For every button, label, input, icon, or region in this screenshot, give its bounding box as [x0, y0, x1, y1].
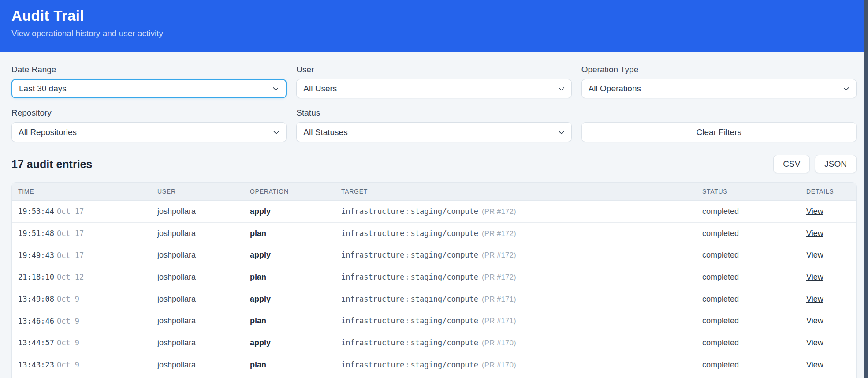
target-workspace: staging/compute	[411, 229, 479, 238]
cell-details: View	[806, 338, 850, 348]
target-separator: :	[404, 273, 410, 281]
cell-details: View	[806, 316, 850, 326]
cell-details: View	[806, 251, 850, 260]
cell-status: completed	[702, 273, 806, 282]
filter-grid: Date Range Last 30 days User All Users O…	[11, 65, 857, 142]
filter-date-range: Date Range Last 30 days	[11, 65, 287, 98]
cell-time: 19:51:48Oct 17	[18, 229, 157, 238]
target-pr: (PR #170)	[482, 339, 516, 347]
column-header-status: STATUS	[702, 188, 806, 195]
target-separator: :	[404, 207, 410, 216]
status-text: completed	[702, 316, 739, 325]
cell-time: 13:44:57Oct 9	[18, 338, 157, 347]
date-value: Oct 9	[57, 317, 79, 326]
target-repo: infrastructure	[341, 316, 404, 325]
filter-status: Status All Statuses	[296, 108, 571, 142]
view-link[interactable]: View	[806, 251, 823, 259]
export-buttons: CSV JSON	[773, 155, 857, 173]
cell-operation: apply	[250, 251, 341, 260]
operation-name: apply	[250, 338, 271, 347]
view-link[interactable]: View	[806, 207, 823, 216]
chevron-down-icon	[843, 85, 849, 91]
target-pr: (PR #172)	[482, 207, 516, 216]
cell-user: joshpollara	[157, 360, 250, 370]
user-select[interactable]: All Users	[296, 79, 571, 98]
date-value: Oct 9	[57, 360, 79, 369]
view-link[interactable]: View	[806, 229, 823, 238]
column-header-operation: OPERATION	[250, 188, 341, 195]
target-pr: (PR #172)	[482, 229, 516, 238]
view-link[interactable]: View	[806, 273, 823, 281]
operation-name: plan	[250, 360, 266, 369]
chevron-down-icon	[273, 85, 279, 91]
time-value: 13:49:08	[18, 295, 54, 303]
cell-details: View	[806, 295, 850, 304]
scrollbar[interactable]	[864, 0, 868, 378]
cell-operation: plan	[250, 229, 341, 238]
date-value: Oct 17	[57, 207, 84, 216]
column-header-user: USER	[157, 188, 250, 195]
view-link[interactable]: View	[806, 338, 823, 347]
status-text: completed	[702, 229, 739, 238]
clear-filters-button[interactable]: Clear Filters	[581, 122, 857, 142]
status-select[interactable]: All Statuses	[296, 122, 571, 142]
cell-status: completed	[702, 316, 806, 326]
user-name: joshpollara	[157, 229, 196, 238]
page-header: Audit Trail View operational history and…	[0, 0, 868, 52]
column-header-details: DETAILS	[806, 188, 850, 195]
chevron-down-icon	[273, 128, 279, 134]
cell-time: 21:18:10Oct 12	[18, 273, 157, 281]
cell-time: 19:49:43Oct 17	[18, 251, 157, 260]
date-range-label: Date Range	[11, 65, 287, 75]
target-separator: :	[404, 295, 410, 303]
view-link[interactable]: View	[806, 316, 823, 325]
target-repo: infrastructure	[341, 273, 404, 281]
status-text: completed	[702, 273, 739, 281]
user-name: joshpollara	[157, 338, 196, 347]
target-separator: :	[404, 251, 410, 259]
cell-status: completed	[702, 360, 806, 370]
cell-operation: plan	[250, 316, 341, 326]
cell-target: infrastructure:staging/compute(PR #170)	[341, 360, 702, 370]
target-pr: (PR #171)	[482, 295, 516, 303]
date-value: Oct 9	[57, 295, 79, 303]
target-repo: infrastructure	[341, 360, 404, 369]
time-value: 19:49:43	[18, 251, 54, 260]
repository-value: All Repositories	[19, 127, 77, 137]
target-repo: infrastructure	[341, 229, 404, 238]
cell-user: joshpollara	[157, 207, 250, 216]
column-header-target: TARGET	[341, 188, 702, 195]
repository-label: Repository	[11, 108, 287, 118]
table-body: 19:53:44Oct 17 joshpollara apply infrast…	[12, 201, 856, 376]
user-name: joshpollara	[157, 295, 196, 303]
cell-target: infrastructure:staging/compute(PR #172)	[341, 273, 702, 282]
target-repo: infrastructure	[341, 207, 404, 216]
export-json-button[interactable]: JSON	[815, 155, 857, 173]
target-repo: infrastructure	[341, 295, 404, 303]
column-header-time: TIME	[18, 188, 157, 195]
cell-status: completed	[702, 251, 806, 260]
cell-operation: plan	[250, 360, 341, 370]
operation-type-label: Operation Type	[581, 65, 857, 75]
target-pr: (PR #172)	[482, 273, 516, 281]
cell-time: 13:46:46Oct 9	[18, 317, 157, 326]
repository-select[interactable]: All Repositories	[11, 122, 287, 142]
export-csv-button[interactable]: CSV	[773, 155, 810, 173]
target-workspace: staging/compute	[411, 360, 479, 369]
operation-type-select[interactable]: All Operations	[581, 79, 857, 98]
cell-operation: plan	[250, 273, 341, 282]
status-text: completed	[702, 207, 739, 216]
cell-target: infrastructure:staging/compute(PR #172)	[341, 251, 702, 260]
status-value: All Statuses	[303, 127, 347, 137]
table-row: 19:51:48Oct 17 joshpollara plan infrastr…	[12, 223, 856, 245]
cell-status: completed	[702, 338, 806, 348]
date-range-select[interactable]: Last 30 days	[11, 79, 287, 98]
cell-user: joshpollara	[157, 338, 250, 348]
view-link[interactable]: View	[806, 360, 823, 369]
filter-repository: Repository All Repositories	[11, 108, 287, 142]
target-workspace: staging/compute	[411, 338, 479, 347]
status-text: completed	[702, 338, 739, 347]
filters-section: Date Range Last 30 days User All Users O…	[0, 52, 868, 142]
entries-toolbar: 17 audit entries CSV JSON	[11, 155, 857, 173]
view-link[interactable]: View	[806, 295, 823, 303]
